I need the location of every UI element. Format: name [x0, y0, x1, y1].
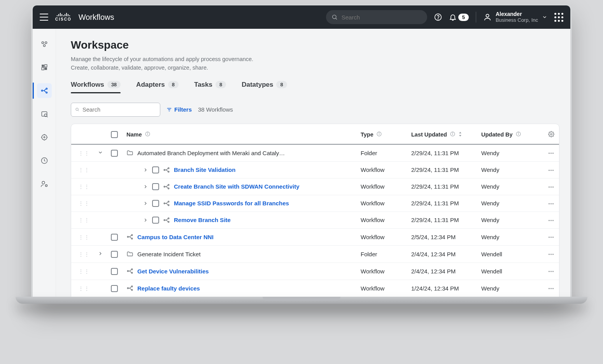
drag-handle-icon[interactable]: ⋮⋮ [78, 184, 90, 190]
svg-point-3 [438, 19, 438, 19]
drag-handle-icon[interactable]: ⋮⋮ [78, 217, 90, 223]
table-row[interactable]: ⋮⋮ Remove Branch Site Workflow 2/29/24, … [71, 212, 559, 228]
row-name[interactable]: Create Branch Site with SDWAN Connectivi… [174, 183, 300, 190]
more-icon[interactable]: ⋯ [548, 166, 554, 173]
menu-icon[interactable] [40, 14, 48, 21]
apps-icon[interactable] [554, 13, 563, 22]
table-row[interactable]: ⋮⋮ Automated Branch Deployment with Mera… [71, 144, 559, 162]
divider [476, 12, 476, 23]
nav-item-1[interactable] [37, 37, 52, 51]
notifications[interactable]: 5 [449, 13, 469, 21]
row-by: Wendy [477, 228, 543, 245]
expand-icon[interactable] [143, 201, 148, 206]
row-checkbox[interactable] [152, 183, 159, 190]
row-by: Wendy [477, 195, 543, 212]
row-name[interactable]: Remove Branch Site [174, 217, 231, 223]
col-updated[interactable]: Last Updated [407, 126, 477, 144]
info-icon [516, 131, 521, 138]
row-type: Workflow [357, 161, 407, 178]
drag-handle-icon[interactable]: ⋮⋮ [78, 150, 90, 156]
svg-point-37 [379, 133, 379, 133]
drag-handle-icon[interactable]: ⋮⋮ [78, 234, 90, 240]
nav-item-workflows[interactable] [37, 83, 52, 98]
drag-handle-icon[interactable]: ⋮⋮ [78, 167, 90, 173]
row-updated: 2/4/24, 12:34 PM [407, 245, 477, 262]
nav-item-7[interactable] [37, 177, 52, 191]
more-icon[interactable]: ⋯ [548, 250, 554, 257]
svg-point-59 [127, 236, 128, 238]
row-checkbox[interactable] [111, 268, 118, 275]
row-checkbox[interactable] [111, 150, 118, 157]
table-row[interactable]: ⋮⋮ Create Branch Site with SDWAN Connect… [71, 178, 559, 195]
info-icon [377, 131, 382, 138]
table-row[interactable]: ⋮⋮ Manage SSID Passwords for all Branche… [71, 195, 559, 212]
row-by: Wendy [477, 212, 543, 228]
row-checkbox[interactable] [111, 251, 118, 258]
more-icon[interactable]: ⋯ [548, 149, 554, 156]
app-title: Workflows [79, 13, 114, 22]
table-search[interactable] [71, 103, 160, 117]
row-checkbox[interactable] [152, 217, 159, 224]
tab-tasks[interactable]: Tasks8 [194, 81, 226, 93]
col-name[interactable]: Name [123, 126, 357, 144]
table-row[interactable]: ⋮⋮ Get Device Vulnerabilities Workflow 2… [71, 262, 559, 280]
nav-item-6[interactable] [37, 153, 52, 168]
nav-item-4[interactable] [37, 107, 52, 121]
table-search-input[interactable] [82, 107, 156, 113]
notification-badge: 5 [458, 14, 469, 21]
more-icon[interactable]: ⋯ [548, 285, 554, 291]
row-by: Wendy [477, 178, 543, 195]
drag-handle-icon[interactable]: ⋮⋮ [78, 268, 90, 275]
col-by[interactable]: Updated By [477, 126, 543, 144]
col-type[interactable]: Type [357, 126, 407, 144]
row-name[interactable]: Branch Site Validation [174, 166, 235, 173]
expand-icon[interactable] [143, 184, 148, 189]
user-menu[interactable]: Alexander Business Corp, Inc [483, 11, 547, 23]
drag-handle-icon[interactable]: ⋮⋮ [78, 251, 90, 257]
drag-handle-icon[interactable]: ⋮⋮ [78, 285, 90, 292]
sort-icon[interactable] [458, 131, 462, 138]
more-icon[interactable]: ⋯ [548, 183, 554, 190]
table-row[interactable]: ⋮⋮ Replace faulty devices Workflow 1/24/… [71, 280, 559, 297]
drag-handle-icon[interactable]: ⋮⋮ [78, 200, 90, 206]
svg-line-17 [46, 116, 47, 117]
expand-icon[interactable] [143, 217, 148, 223]
row-updated: 2/4/24, 12:34 PM [407, 262, 477, 280]
row-name[interactable]: Replace faulty devices [137, 285, 200, 292]
help-icon[interactable] [434, 13, 442, 21]
row-checkbox[interactable] [152, 166, 159, 173]
svg-point-60 [131, 234, 133, 236]
nav-item-2[interactable] [37, 60, 52, 75]
expand-icon[interactable] [98, 251, 103, 256]
expand-icon[interactable] [143, 167, 148, 173]
global-search-input[interactable] [342, 14, 422, 21]
tab-adapters[interactable]: Adapters8 [136, 81, 179, 93]
row-by: Wendy [477, 161, 543, 178]
row-name[interactable]: Get Device Vulnerabilities [137, 268, 209, 275]
more-icon[interactable]: ⋯ [548, 217, 554, 223]
row-checkbox[interactable] [152, 200, 159, 207]
row-type: Workflow [357, 228, 407, 245]
expand-icon[interactable] [98, 150, 103, 155]
row-name[interactable]: Manage SSID Passwords for all Branches [174, 200, 289, 206]
filters-button[interactable]: Filters [167, 106, 192, 113]
more-icon[interactable]: ⋯ [548, 233, 554, 240]
svg-point-55 [168, 205, 169, 206]
row-checkbox[interactable] [111, 285, 118, 292]
select-all-checkbox[interactable] [111, 131, 118, 138]
nav-item-5[interactable] [37, 130, 52, 145]
row-updated: 2/29/24, 11:31 PM [407, 161, 477, 178]
col-settings[interactable] [543, 126, 559, 144]
row-name[interactable]: Campus to Data Center NNI [137, 234, 214, 240]
table-row[interactable]: ⋮⋮ Generate Incident Ticket Folder 2/4/2… [71, 245, 559, 262]
table-row[interactable]: ⋮⋮ Branch Site Validation Workflow 2/29/… [71, 161, 559, 178]
global-search[interactable] [326, 10, 427, 24]
tab-datatypes[interactable]: Datatypes8 [242, 81, 287, 93]
row-updated: 2/29/24, 11:31 PM [407, 212, 477, 228]
more-icon[interactable]: ⋯ [548, 268, 554, 274]
row-checkbox[interactable] [111, 234, 118, 241]
more-icon[interactable]: ⋯ [548, 200, 554, 206]
table-row[interactable]: ⋮⋮ Campus to Data Center NNI Workflow 2/… [71, 228, 559, 245]
tab-workflows[interactable]: Workflows38 [71, 81, 121, 93]
tab-count: 8 [216, 81, 226, 88]
